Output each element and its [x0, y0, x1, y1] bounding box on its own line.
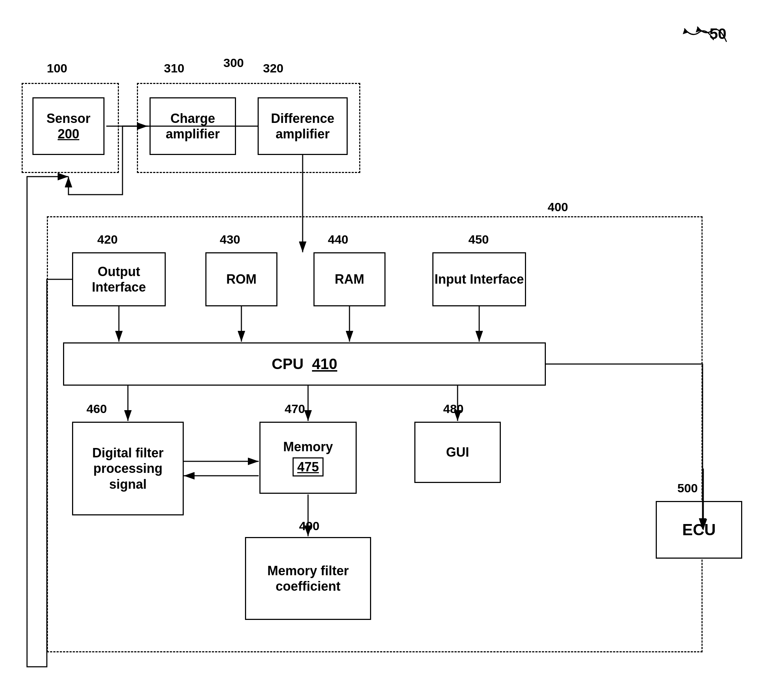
fig-squiggle — [683, 18, 737, 47]
output-iface-box: Output Interface — [72, 252, 166, 306]
digital-filter-box: Digital filter processing signal — [72, 422, 184, 516]
sensor-box: Sensor 200 — [33, 97, 104, 155]
charge-amp-box: Charge amplifier — [150, 97, 236, 155]
rom-box: ROM — [205, 252, 277, 306]
ref-310: 310 — [164, 61, 184, 75]
ecu-box: ECU — [656, 501, 742, 559]
diff-amp-box: Difference amplifier — [258, 97, 348, 155]
ref-440: 440 — [328, 232, 348, 247]
ref-470: 470 — [285, 402, 305, 416]
ram-box: RAM — [313, 252, 385, 306]
ref-320: 320 — [263, 61, 283, 75]
ref-420: 420 — [97, 232, 118, 247]
ref-430: 430 — [220, 232, 240, 247]
ref-500: 500 — [677, 481, 698, 495]
memory-box: Memory 475 — [259, 422, 357, 494]
ref-460: 460 — [86, 402, 107, 416]
mem-filter-box: Memory filter coefficient — [245, 537, 371, 620]
gui-box: GUI — [414, 422, 501, 483]
ref-100: 100 — [47, 61, 68, 75]
ref-300: 300 — [223, 56, 244, 70]
ref-400: 400 — [548, 200, 568, 214]
diagram: 50 Sensor 200 100 Charge amplifier Diffe… — [0, 0, 784, 692]
ref-490: 490 — [299, 519, 320, 533]
cpu-box: CPU 410 — [63, 343, 546, 386]
input-iface-box: Input Interface — [432, 252, 526, 306]
ref-480: 480 — [443, 402, 464, 416]
ref-450: 450 — [468, 232, 489, 247]
